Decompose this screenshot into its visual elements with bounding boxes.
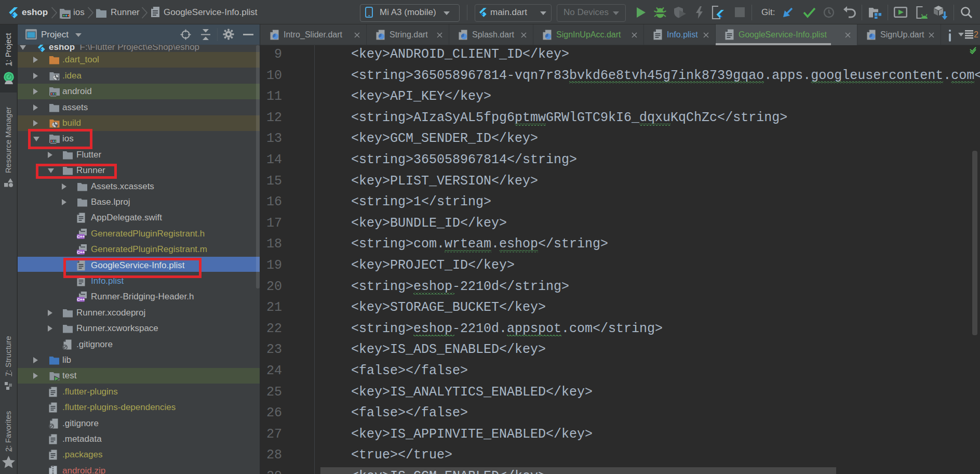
svg-text:C++: C++: [77, 234, 85, 239]
svg-text:C++: C++: [77, 297, 85, 302]
svg-text:C++: C++: [77, 250, 85, 255]
